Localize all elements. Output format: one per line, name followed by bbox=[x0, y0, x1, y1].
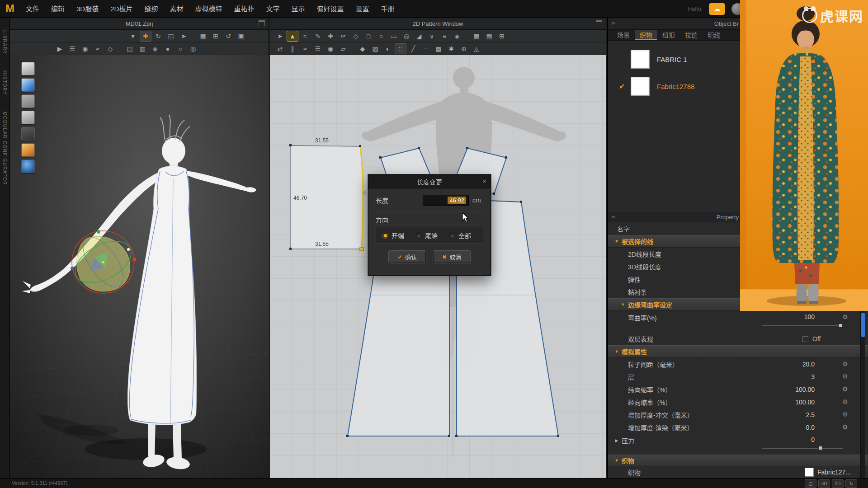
edit-curvature-icon[interactable]: ≈ bbox=[299, 31, 311, 42]
transform-pattern-icon[interactable]: ➤ bbox=[274, 31, 286, 42]
menu-item[interactable]: 偏好设置 bbox=[311, 0, 350, 18]
attach-buttons-icon[interactable]: ∷ bbox=[395, 43, 406, 54]
fabric-swatch[interactable] bbox=[805, 468, 814, 477]
dock-tab[interactable]: MODULAR CONFIGURATOR bbox=[2, 112, 7, 185]
library-garment-icon[interactable] bbox=[21, 78, 35, 92]
menu-item[interactable]: 设置 bbox=[350, 0, 375, 18]
seam-allowance-icon[interactable]: ≡ bbox=[439, 31, 450, 42]
slider-thumb[interactable] bbox=[818, 446, 822, 450]
popout-icon[interactable] bbox=[596, 20, 602, 26]
polygon-tool-icon[interactable]: ◇ bbox=[350, 31, 362, 42]
steam-tool-icon[interactable]: ◐ bbox=[382, 43, 394, 54]
pattern-annotation-icon[interactable]: ◈ bbox=[451, 31, 463, 42]
double-layer-checkbox[interactable] bbox=[802, 336, 808, 342]
close-icon[interactable]: × bbox=[482, 177, 486, 185]
cloud-sync-icon[interactable]: ☁ bbox=[709, 3, 725, 15]
circle-tool-icon[interactable]: ○ bbox=[375, 31, 387, 42]
tune-icon[interactable]: ⚙ bbox=[842, 411, 848, 418]
object-browser-tab[interactable]: 织物 bbox=[635, 30, 657, 40]
sync-view-icon[interactable]: ↻ bbox=[845, 479, 857, 488]
curvature-slider[interactable] bbox=[762, 325, 843, 326]
edit-sewing-icon[interactable]: ⇄ bbox=[274, 43, 286, 54]
internal-circle-icon[interactable]: ◎ bbox=[401, 31, 412, 42]
simulate-icon[interactable]: ▶ bbox=[54, 43, 66, 54]
avatar-menu-icon[interactable]: ▾ bbox=[127, 31, 139, 42]
tune-icon[interactable]: ⚙ bbox=[842, 360, 848, 367]
menu-item[interactable]: 手册 bbox=[375, 0, 401, 18]
object-browser-tab[interactable]: 纽扣 bbox=[658, 30, 679, 40]
project-tab[interactable]: MD01.Zprj bbox=[126, 20, 153, 27]
zipper-tool-icon[interactable]: ╱ bbox=[407, 43, 419, 54]
basting-tool-icon[interactable]: ┄ bbox=[420, 43, 432, 54]
collapse-panel-icon[interactable]: » bbox=[612, 213, 615, 220]
dock-tab[interactable]: HISTORY bbox=[2, 70, 7, 95]
direction-radio[interactable]: 开端 bbox=[382, 231, 404, 240]
collapse-panel-icon[interactable]: » bbox=[612, 19, 615, 26]
pressure-slider[interactable] bbox=[762, 448, 843, 449]
tune-icon[interactable]: ⚙ bbox=[842, 373, 848, 380]
object-browser-tab[interactable]: 场景 bbox=[613, 30, 634, 40]
expand-arrow-icon[interactable]: ▶ bbox=[613, 438, 620, 443]
notch-tool-icon[interactable]: ∨ bbox=[426, 31, 438, 42]
property-section-fabric[interactable]: ▼ 织物 bbox=[608, 455, 868, 466]
scrollbar-thumb[interactable] bbox=[861, 313, 865, 337]
popout-icon[interactable] bbox=[259, 20, 265, 26]
confirm-button[interactable]: ✔ 确认 bbox=[389, 251, 426, 263]
menu-item[interactable]: 虚拟模特 bbox=[189, 0, 228, 18]
style-line-icon[interactable]: ● bbox=[162, 43, 174, 54]
length-input[interactable]: 46.92 bbox=[423, 195, 469, 206]
slider-thumb[interactable] bbox=[839, 324, 843, 328]
library-stage-icon[interactable] bbox=[21, 127, 35, 141]
elastic-tool-icon[interactable]: ▱ bbox=[337, 43, 349, 54]
library-hardware-icon[interactable] bbox=[21, 111, 35, 124]
show-slash-icon[interactable]: ▤ bbox=[483, 31, 495, 42]
select-tool-icon[interactable]: ➤ bbox=[178, 31, 189, 42]
library-avatar-icon[interactable] bbox=[21, 62, 35, 75]
segment-sewing-icon[interactable]: ∥ bbox=[287, 43, 298, 54]
show-pressure-points-icon[interactable]: ◈ bbox=[149, 43, 161, 54]
direction-radio[interactable]: 尾端 bbox=[416, 231, 438, 240]
fit-map-icon[interactable]: ◎ bbox=[187, 43, 199, 54]
promo-video-overlay[interactable]: 虎课网 bbox=[740, 0, 868, 311]
fabric-swatch[interactable] bbox=[631, 77, 650, 96]
tune-icon[interactable]: ⚙ bbox=[842, 385, 848, 393]
fitting-suit-icon[interactable]: ◇ bbox=[104, 43, 116, 54]
gizmo-move-icon[interactable]: ✚ bbox=[140, 31, 151, 42]
grading-tool-icon[interactable]: ◬ bbox=[471, 43, 482, 54]
tune-icon[interactable]: ⚙ bbox=[842, 423, 848, 431]
edit-pattern-icon[interactable]: ▲ bbox=[287, 31, 298, 42]
menu-item[interactable]: 编辑 bbox=[45, 0, 71, 18]
fabric-swatch[interactable] bbox=[631, 50, 650, 69]
cut-pattern-icon[interactable]: ✂ bbox=[337, 31, 349, 42]
toggle-2d-window-icon[interactable]: 2D bbox=[832, 479, 844, 488]
show-internal-lines-icon[interactable]: ▥ bbox=[137, 43, 148, 54]
avatar-display-menu-icon[interactable]: ☰ bbox=[66, 43, 78, 54]
window-layout-icon[interactable]: ◫ bbox=[805, 479, 816, 488]
direction-radio[interactable]: 全部 bbox=[449, 231, 471, 240]
flattening-tool-icon[interactable]: ▨ bbox=[369, 43, 381, 54]
selected-point[interactable] bbox=[360, 247, 363, 251]
menu-item[interactable]: 2D板片 bbox=[104, 0, 138, 18]
dock-tab[interactable]: LIBRARY bbox=[2, 30, 7, 54]
object-browser-tab[interactable]: 拉链 bbox=[680, 30, 702, 40]
add-point-icon[interactable]: ✚ bbox=[325, 31, 336, 42]
graphic-tool-icon[interactable]: ✱ bbox=[445, 43, 457, 54]
library-pose-icon[interactable] bbox=[21, 94, 35, 108]
rectangle-tool-icon[interactable]: □ bbox=[363, 31, 374, 42]
show-grid-icon[interactable]: ▦ bbox=[471, 31, 482, 42]
reset-arrangement-icon[interactable]: ↺ bbox=[222, 31, 234, 42]
menu-item[interactable]: 文件 bbox=[20, 0, 45, 18]
dart-tool-icon[interactable]: ◢ bbox=[413, 31, 425, 42]
tune-icon[interactable]: ⚙ bbox=[842, 313, 848, 320]
3d-viewport[interactable] bbox=[10, 55, 269, 478]
menu-item[interactable]: 显示 bbox=[285, 0, 311, 18]
pin-tool-icon[interactable]: ⊞ bbox=[210, 31, 222, 42]
select-mesh-icon[interactable]: ▦ bbox=[197, 31, 209, 42]
gizmo-rotate-icon[interactable]: ↻ bbox=[152, 31, 164, 42]
internal-rectangle-icon[interactable]: ▭ bbox=[388, 31, 400, 42]
menu-item[interactable]: 3D服装 bbox=[71, 0, 104, 18]
pin-dragger-icon[interactable]: ◉ bbox=[79, 43, 91, 54]
menu-item[interactable]: 素材 bbox=[164, 0, 189, 18]
gizmo-scale-icon[interactable]: ◱ bbox=[165, 31, 177, 42]
library-mannequin-icon[interactable] bbox=[21, 143, 35, 157]
